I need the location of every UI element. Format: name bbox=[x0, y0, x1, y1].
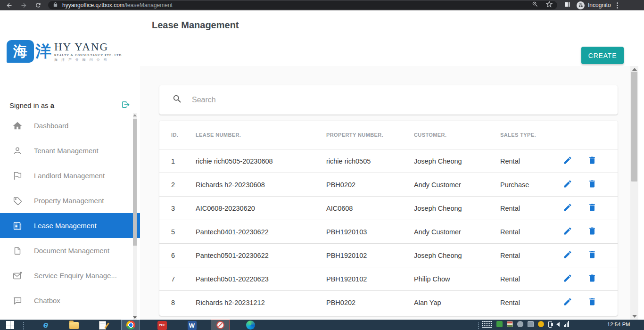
edit-button[interactable] bbox=[562, 179, 573, 190]
pencil-icon bbox=[563, 203, 572, 214]
cell-lease-number: richie rich0505-20230608 bbox=[196, 157, 326, 165]
trash-icon bbox=[587, 250, 597, 261]
edit-button[interactable] bbox=[562, 203, 573, 214]
system-tray bbox=[482, 321, 569, 328]
cell-property-number: PBH1920102 bbox=[326, 252, 414, 259]
cell-sales-type: Rental bbox=[500, 275, 553, 283]
cell-id: 2 bbox=[171, 181, 196, 189]
trash-icon bbox=[587, 273, 597, 284]
delete-button[interactable] bbox=[586, 250, 598, 261]
reload-icon[interactable] bbox=[35, 2, 41, 8]
delete-button[interactable] bbox=[586, 226, 598, 238]
company-subtitle: REALTY & CONSULTANCY PTE. LTD bbox=[54, 54, 122, 57]
article-icon bbox=[12, 220, 23, 231]
chat-icon bbox=[12, 295, 23, 306]
touch-keyboard-icon[interactable] bbox=[482, 321, 492, 328]
table-row: 6 Pantech0501-20230622 PBH1920102 Joseph… bbox=[159, 243, 618, 267]
cell-customer: Joseph Cheong bbox=[414, 205, 500, 212]
address-bar[interactable]: hyyangoffice.qztbox.com/leaseManagement bbox=[48, 1, 557, 9]
scroll-down-icon[interactable] bbox=[632, 315, 637, 318]
clock[interactable]: 12:54 PM bbox=[607, 322, 630, 327]
column-id: ID. bbox=[171, 132, 196, 138]
speaker-icon[interactable] bbox=[556, 322, 560, 327]
incognito-label: Incognito bbox=[588, 2, 611, 8]
delete-button[interactable] bbox=[586, 156, 598, 167]
delete-button[interactable] bbox=[586, 297, 598, 308]
tray-app-icon[interactable] bbox=[517, 321, 523, 327]
start-button[interactable] bbox=[1, 320, 19, 330]
sidebar-scrollbar-thumb[interactable] bbox=[133, 119, 137, 246]
main-scrollbar[interactable] bbox=[630, 66, 638, 320]
taskbar-edge[interactable] bbox=[241, 320, 259, 330]
flag-icon bbox=[12, 170, 23, 182]
sidebar-item-chatbox[interactable]: Chatbox bbox=[0, 288, 140, 313]
edit-button[interactable] bbox=[562, 156, 573, 167]
internet-explorer-icon: e bbox=[43, 320, 49, 330]
edit-button[interactable] bbox=[562, 273, 573, 285]
trash-icon bbox=[587, 156, 597, 166]
sidebar-item-service-enquiry-management[interactable]: Service Enquiry Manage... bbox=[0, 263, 140, 288]
scroll-up-icon[interactable] bbox=[632, 68, 637, 71]
cell-id: 6 bbox=[171, 252, 196, 259]
url-path: /leaseManagement bbox=[124, 2, 173, 8]
taskbar-file-explorer[interactable] bbox=[65, 320, 83, 330]
scroll-down-icon[interactable] bbox=[133, 316, 137, 319]
delete-button[interactable] bbox=[586, 179, 598, 190]
taskbar-chrome-active[interactable] bbox=[122, 320, 140, 330]
edit-button[interactable] bbox=[562, 250, 573, 261]
sidebar-item-landlord-management[interactable]: Landlord Management bbox=[0, 163, 140, 188]
back-icon[interactable] bbox=[6, 2, 13, 9]
pencil-icon bbox=[563, 250, 572, 261]
column-lease-number: LEASE NUMBER. bbox=[196, 132, 326, 138]
main-scrollbar-thumb[interactable] bbox=[631, 72, 637, 182]
cell-customer: Philip Chow bbox=[414, 275, 500, 283]
cell-property-number: PBH1920102 bbox=[326, 275, 414, 283]
bookmark-star-icon[interactable] bbox=[546, 1, 553, 9]
create-button[interactable]: CREATE bbox=[581, 47, 624, 64]
tray-app-icon[interactable] bbox=[528, 321, 534, 327]
tray-app-icon[interactable] bbox=[538, 321, 544, 327]
incognito-badge: Incognito bbox=[577, 1, 611, 9]
edit-button[interactable] bbox=[562, 226, 573, 238]
cell-customer: Joseph Cheong bbox=[414, 157, 500, 165]
cell-customer: Andy Customer bbox=[414, 228, 500, 236]
side-panel-icon[interactable] bbox=[564, 1, 571, 10]
sidebar-item-lease-management[interactable]: Lease Management bbox=[0, 213, 140, 238]
lock-icon bbox=[53, 1, 58, 9]
forward-icon[interactable] bbox=[20, 2, 27, 9]
word-icon: W bbox=[188, 321, 197, 330]
browser-menu-icon[interactable] bbox=[617, 2, 618, 8]
cell-sales-type: Rental bbox=[500, 157, 553, 165]
search-input[interactable] bbox=[192, 96, 608, 104]
file-icon bbox=[12, 245, 23, 256]
taskbar-notepad[interactable] bbox=[93, 320, 111, 330]
taskbar-pdf-app[interactable]: PDF bbox=[153, 320, 171, 330]
sidebar-item-tenant-management[interactable]: Tenant Management bbox=[0, 138, 140, 163]
search-icon bbox=[159, 94, 182, 106]
delete-button[interactable] bbox=[586, 273, 598, 285]
tray-app-icon[interactable] bbox=[496, 321, 503, 327]
cell-lease-number: Richards h2-20230608 bbox=[196, 181, 326, 189]
taskbar-word[interactable]: W bbox=[183, 320, 201, 330]
logo-glyph: 洋 bbox=[35, 41, 51, 62]
sidebar-item-document-management[interactable]: Document Management bbox=[0, 238, 140, 263]
delete-button[interactable] bbox=[586, 203, 598, 214]
scroll-up-icon[interactable] bbox=[133, 114, 137, 116]
logout-button[interactable] bbox=[120, 100, 131, 111]
cell-lease-number: Pantech0501-20220623 bbox=[196, 275, 326, 283]
edit-button[interactable] bbox=[562, 297, 573, 308]
sidebar-item-dashboard[interactable]: Dashboard bbox=[0, 113, 140, 138]
chrome-icon bbox=[126, 321, 135, 330]
ime-icon[interactable] bbox=[507, 321, 513, 327]
cell-customer: Andy Customer bbox=[414, 181, 500, 189]
sidebar-item-property-management[interactable]: Property Management bbox=[0, 188, 140, 213]
trash-icon bbox=[587, 179, 597, 190]
network-icon[interactable] bbox=[564, 321, 569, 327]
cell-lease-number: AIC0608-20230620 bbox=[196, 205, 326, 212]
taskbar-internet-explorer[interactable]: e bbox=[37, 320, 55, 330]
sidebar: 海 洋 HY YANG REALTY & CONSULTANCY PTE. LT… bbox=[0, 10, 140, 320]
pdf-icon: PDF bbox=[157, 321, 167, 330]
sidebar-scrollbar[interactable] bbox=[133, 113, 137, 320]
taskbar-blocked-app[interactable] bbox=[211, 320, 229, 330]
zoom-icon[interactable] bbox=[532, 1, 538, 9]
